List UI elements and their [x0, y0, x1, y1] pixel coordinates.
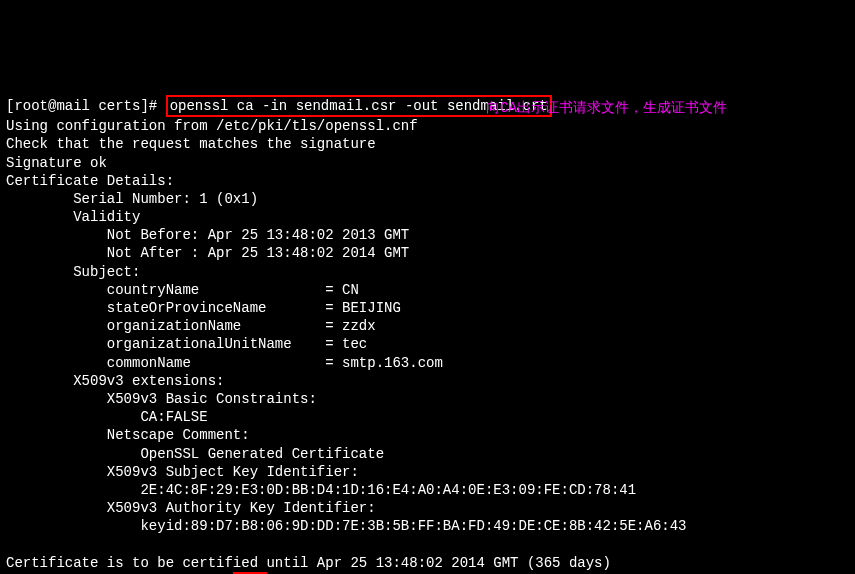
output-line: keyid:89:D7:B8:06:9D:DD:7E:3B:5B:FF:BA:F…	[6, 518, 687, 534]
output-line: Not After : Apr 25 13:48:02 2014 GMT	[6, 245, 409, 261]
output-line: X509v3 Authority Key Identifier:	[6, 500, 376, 516]
output-line: Certificate is to be certified until Apr…	[6, 555, 611, 571]
output-line: organizationalUnitName = tec	[6, 336, 367, 352]
shell-prompt: [root@mail certs]#	[6, 98, 166, 114]
output-line: CA:FALSE	[6, 409, 208, 425]
output-line: Using configuration from /etc/pki/tls/op…	[6, 118, 418, 134]
output-line: X509v3 Basic Constraints:	[6, 391, 317, 407]
output-line: Not Before: Apr 25 13:48:02 2013 GMT	[6, 227, 409, 243]
output-line: stateOrProvinceName = BEIJING	[6, 300, 401, 316]
output-line: X509v3 Subject Key Identifier:	[6, 464, 359, 480]
output-line: Subject:	[6, 264, 140, 280]
output-line: Certificate Details:	[6, 173, 174, 189]
output-line: Netscape Comment:	[6, 427, 250, 443]
terminal-output[interactable]: [root@mail certs]# openssl ca -in sendma…	[6, 77, 849, 574]
output-line: Serial Number: 1 (0x1)	[6, 191, 258, 207]
output-line: organizationName = zzdx	[6, 318, 376, 334]
output-line: 2E:4C:8F:29:E3:0D:BB:D4:1D:16:E4:A0:A4:0…	[6, 482, 636, 498]
output-line: countryName = CN	[6, 282, 359, 298]
output-line: Validity	[6, 209, 140, 225]
output-line: Check that the request matches the signa…	[6, 136, 376, 152]
output-line: OpenSSL Generated Certificate	[6, 446, 384, 462]
output-line: commonName = smtp.163.com	[6, 355, 443, 371]
output-line: Signature ok	[6, 155, 107, 171]
output-line: X509v3 extensions:	[6, 373, 224, 389]
annotation-text: 向CA出示证书请求文件，生成证书文件	[486, 99, 727, 117]
